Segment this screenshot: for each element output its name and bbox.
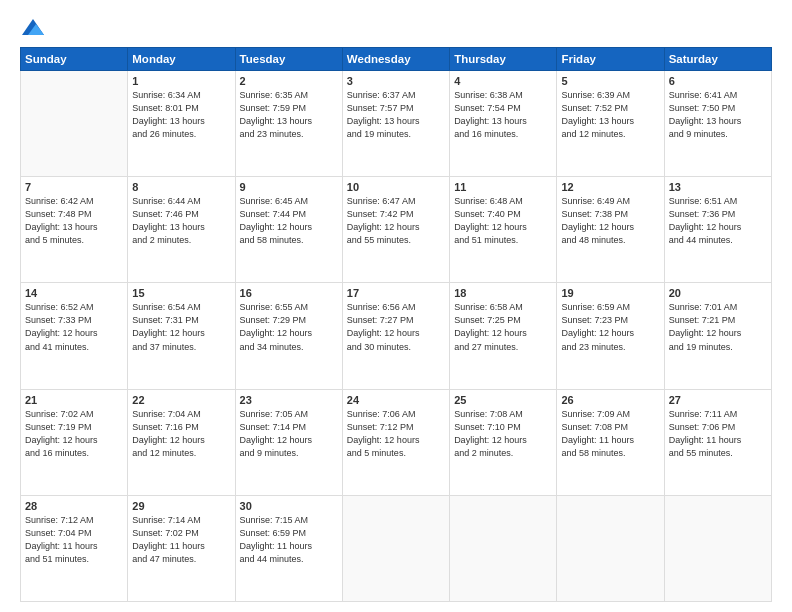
calendar-cell: 11Sunrise: 6:48 AM Sunset: 7:40 PM Dayli… <box>450 177 557 283</box>
calendar-cell: 6Sunrise: 6:41 AM Sunset: 7:50 PM Daylig… <box>664 71 771 177</box>
calendar-header-monday: Monday <box>128 48 235 71</box>
calendar-header-wednesday: Wednesday <box>342 48 449 71</box>
day-info: Sunrise: 7:15 AM Sunset: 6:59 PM Dayligh… <box>240 514 338 566</box>
day-info: Sunrise: 6:38 AM Sunset: 7:54 PM Dayligh… <box>454 89 552 141</box>
day-number: 8 <box>132 181 230 193</box>
calendar-cell: 14Sunrise: 6:52 AM Sunset: 7:33 PM Dayli… <box>21 283 128 389</box>
logo <box>20 16 44 37</box>
day-info: Sunrise: 6:35 AM Sunset: 7:59 PM Dayligh… <box>240 89 338 141</box>
calendar-week-2: 14Sunrise: 6:52 AM Sunset: 7:33 PM Dayli… <box>21 283 772 389</box>
day-info: Sunrise: 6:37 AM Sunset: 7:57 PM Dayligh… <box>347 89 445 141</box>
calendar-header-saturday: Saturday <box>664 48 771 71</box>
day-info: Sunrise: 6:51 AM Sunset: 7:36 PM Dayligh… <box>669 195 767 247</box>
day-number: 18 <box>454 287 552 299</box>
day-number: 7 <box>25 181 123 193</box>
calendar-week-4: 28Sunrise: 7:12 AM Sunset: 7:04 PM Dayli… <box>21 495 772 601</box>
day-number: 15 <box>132 287 230 299</box>
day-info: Sunrise: 7:06 AM Sunset: 7:12 PM Dayligh… <box>347 408 445 460</box>
calendar-cell <box>664 495 771 601</box>
calendar-cell: 2Sunrise: 6:35 AM Sunset: 7:59 PM Daylig… <box>235 71 342 177</box>
calendar-cell: 24Sunrise: 7:06 AM Sunset: 7:12 PM Dayli… <box>342 389 449 495</box>
day-info: Sunrise: 6:39 AM Sunset: 7:52 PM Dayligh… <box>561 89 659 141</box>
calendar-cell: 23Sunrise: 7:05 AM Sunset: 7:14 PM Dayli… <box>235 389 342 495</box>
calendar-cell: 12Sunrise: 6:49 AM Sunset: 7:38 PM Dayli… <box>557 177 664 283</box>
day-info: Sunrise: 6:56 AM Sunset: 7:27 PM Dayligh… <box>347 301 445 353</box>
day-info: Sunrise: 7:11 AM Sunset: 7:06 PM Dayligh… <box>669 408 767 460</box>
day-number: 3 <box>347 75 445 87</box>
calendar-cell: 5Sunrise: 6:39 AM Sunset: 7:52 PM Daylig… <box>557 71 664 177</box>
day-number: 19 <box>561 287 659 299</box>
day-info: Sunrise: 7:04 AM Sunset: 7:16 PM Dayligh… <box>132 408 230 460</box>
day-info: Sunrise: 6:49 AM Sunset: 7:38 PM Dayligh… <box>561 195 659 247</box>
logo-icon <box>22 19 44 35</box>
day-number: 4 <box>454 75 552 87</box>
day-number: 2 <box>240 75 338 87</box>
day-info: Sunrise: 7:02 AM Sunset: 7:19 PM Dayligh… <box>25 408 123 460</box>
day-number: 24 <box>347 394 445 406</box>
day-info: Sunrise: 7:14 AM Sunset: 7:02 PM Dayligh… <box>132 514 230 566</box>
calendar-cell: 21Sunrise: 7:02 AM Sunset: 7:19 PM Dayli… <box>21 389 128 495</box>
calendar-cell: 28Sunrise: 7:12 AM Sunset: 7:04 PM Dayli… <box>21 495 128 601</box>
day-info: Sunrise: 6:59 AM Sunset: 7:23 PM Dayligh… <box>561 301 659 353</box>
calendar-table: SundayMondayTuesdayWednesdayThursdayFrid… <box>20 47 772 602</box>
calendar-cell: 1Sunrise: 6:34 AM Sunset: 8:01 PM Daylig… <box>128 71 235 177</box>
calendar-cell: 26Sunrise: 7:09 AM Sunset: 7:08 PM Dayli… <box>557 389 664 495</box>
page: SundayMondayTuesdayWednesdayThursdayFrid… <box>0 0 792 612</box>
day-number: 16 <box>240 287 338 299</box>
calendar-cell: 29Sunrise: 7:14 AM Sunset: 7:02 PM Dayli… <box>128 495 235 601</box>
day-number: 22 <box>132 394 230 406</box>
calendar-cell: 30Sunrise: 7:15 AM Sunset: 6:59 PM Dayli… <box>235 495 342 601</box>
day-info: Sunrise: 6:41 AM Sunset: 7:50 PM Dayligh… <box>669 89 767 141</box>
day-number: 12 <box>561 181 659 193</box>
day-info: Sunrise: 6:52 AM Sunset: 7:33 PM Dayligh… <box>25 301 123 353</box>
day-number: 25 <box>454 394 552 406</box>
day-number: 17 <box>347 287 445 299</box>
calendar-cell <box>342 495 449 601</box>
day-info: Sunrise: 7:08 AM Sunset: 7:10 PM Dayligh… <box>454 408 552 460</box>
day-number: 14 <box>25 287 123 299</box>
day-info: Sunrise: 6:48 AM Sunset: 7:40 PM Dayligh… <box>454 195 552 247</box>
day-info: Sunrise: 6:54 AM Sunset: 7:31 PM Dayligh… <box>132 301 230 353</box>
day-info: Sunrise: 7:05 AM Sunset: 7:14 PM Dayligh… <box>240 408 338 460</box>
calendar-cell <box>450 495 557 601</box>
calendar-week-0: 1Sunrise: 6:34 AM Sunset: 8:01 PM Daylig… <box>21 71 772 177</box>
day-number: 30 <box>240 500 338 512</box>
day-number: 9 <box>240 181 338 193</box>
calendar-cell: 20Sunrise: 7:01 AM Sunset: 7:21 PM Dayli… <box>664 283 771 389</box>
calendar-cell: 22Sunrise: 7:04 AM Sunset: 7:16 PM Dayli… <box>128 389 235 495</box>
day-number: 23 <box>240 394 338 406</box>
calendar-cell: 13Sunrise: 6:51 AM Sunset: 7:36 PM Dayli… <box>664 177 771 283</box>
day-info: Sunrise: 6:45 AM Sunset: 7:44 PM Dayligh… <box>240 195 338 247</box>
calendar-cell: 3Sunrise: 6:37 AM Sunset: 7:57 PM Daylig… <box>342 71 449 177</box>
day-number: 29 <box>132 500 230 512</box>
calendar-header-row: SundayMondayTuesdayWednesdayThursdayFrid… <box>21 48 772 71</box>
calendar-cell: 18Sunrise: 6:58 AM Sunset: 7:25 PM Dayli… <box>450 283 557 389</box>
calendar-header-friday: Friday <box>557 48 664 71</box>
calendar-cell <box>21 71 128 177</box>
day-number: 21 <box>25 394 123 406</box>
calendar-cell: 16Sunrise: 6:55 AM Sunset: 7:29 PM Dayli… <box>235 283 342 389</box>
calendar-cell: 4Sunrise: 6:38 AM Sunset: 7:54 PM Daylig… <box>450 71 557 177</box>
day-info: Sunrise: 6:44 AM Sunset: 7:46 PM Dayligh… <box>132 195 230 247</box>
calendar-cell: 8Sunrise: 6:44 AM Sunset: 7:46 PM Daylig… <box>128 177 235 283</box>
calendar-week-3: 21Sunrise: 7:02 AM Sunset: 7:19 PM Dayli… <box>21 389 772 495</box>
day-number: 6 <box>669 75 767 87</box>
day-number: 11 <box>454 181 552 193</box>
day-info: Sunrise: 7:01 AM Sunset: 7:21 PM Dayligh… <box>669 301 767 353</box>
day-number: 13 <box>669 181 767 193</box>
day-info: Sunrise: 7:09 AM Sunset: 7:08 PM Dayligh… <box>561 408 659 460</box>
day-info: Sunrise: 6:47 AM Sunset: 7:42 PM Dayligh… <box>347 195 445 247</box>
calendar-header-thursday: Thursday <box>450 48 557 71</box>
day-info: Sunrise: 6:42 AM Sunset: 7:48 PM Dayligh… <box>25 195 123 247</box>
day-info: Sunrise: 7:12 AM Sunset: 7:04 PM Dayligh… <box>25 514 123 566</box>
day-info: Sunrise: 6:58 AM Sunset: 7:25 PM Dayligh… <box>454 301 552 353</box>
calendar-cell: 7Sunrise: 6:42 AM Sunset: 7:48 PM Daylig… <box>21 177 128 283</box>
calendar-cell <box>557 495 664 601</box>
calendar-week-1: 7Sunrise: 6:42 AM Sunset: 7:48 PM Daylig… <box>21 177 772 283</box>
day-info: Sunrise: 6:34 AM Sunset: 8:01 PM Dayligh… <box>132 89 230 141</box>
calendar-header-tuesday: Tuesday <box>235 48 342 71</box>
day-number: 1 <box>132 75 230 87</box>
calendar-cell: 17Sunrise: 6:56 AM Sunset: 7:27 PM Dayli… <box>342 283 449 389</box>
calendar-cell: 19Sunrise: 6:59 AM Sunset: 7:23 PM Dayli… <box>557 283 664 389</box>
calendar-cell: 15Sunrise: 6:54 AM Sunset: 7:31 PM Dayli… <box>128 283 235 389</box>
